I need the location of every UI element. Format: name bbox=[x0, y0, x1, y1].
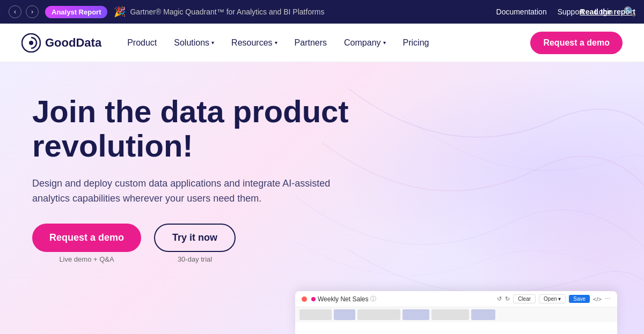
nav-partners[interactable]: Partners bbox=[295, 38, 327, 48]
announcement-badge: Analyst Report bbox=[45, 6, 107, 18]
secondary-cta-group: Try it now 30-day trial bbox=[154, 224, 236, 263]
dashboard-title: Weekly Net Sales ⓘ bbox=[311, 295, 493, 303]
request-demo-nav-button[interactable]: Request a demo bbox=[530, 32, 623, 54]
dashboard-actions: ↺ ↻ Clear Open ▾ Save </> ⋯ bbox=[497, 294, 611, 303]
dashboard-cell bbox=[402, 309, 429, 320]
dashboard-cell bbox=[334, 309, 355, 320]
clear-button[interactable]: Clear bbox=[513, 294, 536, 303]
chevron-down-icon: ▾ bbox=[211, 40, 214, 46]
nav-pricing[interactable]: Pricing bbox=[403, 38, 429, 48]
close-dot bbox=[302, 296, 307, 302]
nav-company-label: Company bbox=[344, 38, 380, 48]
dashboard-cell bbox=[299, 309, 332, 320]
primary-cta-group: Request a demo Live demo + Q&A bbox=[32, 224, 141, 263]
nav-product-label: Product bbox=[127, 38, 157, 48]
hero-content: Join the data product revolution! Design… bbox=[32, 94, 397, 263]
more-icon[interactable]: ⋯ bbox=[605, 295, 611, 302]
dashboard-preview: Weekly Net Sales ⓘ ↺ ↻ Clear Open ▾ Save… bbox=[295, 291, 617, 334]
svg-point-1 bbox=[29, 41, 33, 45]
search-icon[interactable]: 🔍 bbox=[624, 6, 635, 18]
nav-links: Product Solutions ▾ Resources ▾ Partners… bbox=[127, 38, 530, 48]
hero-title: Join the data product revolution! bbox=[32, 94, 397, 163]
dashboard-cell bbox=[357, 309, 400, 320]
save-button[interactable]: Save bbox=[569, 295, 590, 303]
nav-solutions[interactable]: Solutions ▾ bbox=[174, 38, 214, 48]
info-icon: ⓘ bbox=[370, 295, 376, 303]
request-demo-hero-button[interactable]: Request a demo bbox=[32, 224, 141, 252]
announcement-next-button[interactable]: › bbox=[26, 5, 39, 18]
nav-company[interactable]: Company ▾ bbox=[344, 38, 385, 48]
try-it-now-button[interactable]: Try it now bbox=[154, 224, 236, 252]
dashboard-body bbox=[295, 307, 617, 322]
undo-icon[interactable]: ↺ bbox=[497, 295, 502, 302]
announcement-bar: ‹ › Analyst Report 🎉 Gartner® Magic Quad… bbox=[0, 0, 644, 24]
nav-solutions-label: Solutions bbox=[174, 38, 209, 48]
nav-product[interactable]: Product bbox=[127, 38, 157, 48]
nav-resources[interactable]: Resources ▾ bbox=[231, 38, 277, 48]
primary-cta-caption: Live demo + Q&A bbox=[59, 255, 114, 263]
nav-partners-label: Partners bbox=[295, 38, 327, 48]
dashboard-cell bbox=[431, 309, 469, 320]
chevron-down-icon: ▾ bbox=[275, 40, 277, 46]
announcement-nav-arrows: ‹ › bbox=[9, 5, 39, 18]
announcement-emoji: 🎉 bbox=[114, 6, 126, 18]
secondary-cta-caption: 30-day trial bbox=[178, 255, 212, 263]
dashboard-header: Weekly Net Sales ⓘ ↺ ↻ Clear Open ▾ Save… bbox=[295, 291, 617, 307]
open-button[interactable]: Open ▾ bbox=[539, 294, 566, 303]
logo-text: GoodData bbox=[45, 36, 101, 50]
documentation-link[interactable]: Documentation bbox=[496, 8, 547, 16]
code-icon[interactable]: </> bbox=[593, 296, 602, 302]
redo-icon[interactable]: ↻ bbox=[505, 295, 510, 302]
nav-pricing-label: Pricing bbox=[403, 38, 429, 48]
main-nav: GoodData Product Solutions ▾ Resources ▾… bbox=[0, 24, 644, 62]
nav-resources-label: Resources bbox=[231, 38, 272, 48]
hero-section: Join the data product revolution! Design… bbox=[0, 62, 644, 334]
top-nav-right: Documentation Support Login 🔍 bbox=[496, 6, 635, 18]
support-link[interactable]: Support bbox=[558, 8, 584, 16]
title-dot bbox=[311, 297, 316, 301]
hero-subtitle: Design and deploy custom data applicatio… bbox=[32, 176, 333, 207]
login-link[interactable]: Login bbox=[595, 8, 613, 16]
dashboard-title-text: Weekly Net Sales bbox=[318, 295, 368, 303]
chevron-down-icon: ▾ bbox=[383, 40, 386, 46]
announcement-prev-button[interactable]: ‹ bbox=[9, 5, 21, 18]
logo[interactable]: GoodData bbox=[21, 33, 101, 53]
logo-icon bbox=[21, 33, 41, 53]
hero-ctas: Request a demo Live demo + Q&A Try it no… bbox=[32, 224, 397, 263]
dashboard-cell bbox=[471, 309, 495, 320]
